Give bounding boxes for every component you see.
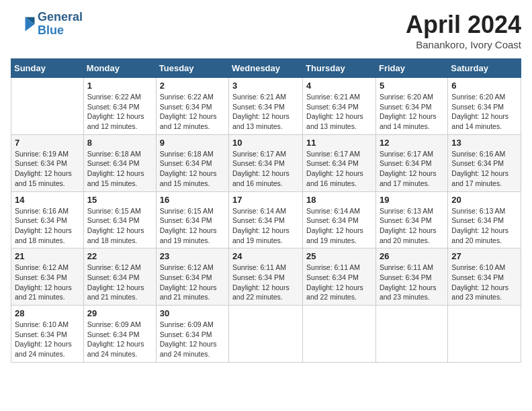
week-row-3: 14Sunrise: 6:16 AM Sunset: 6:34 PM Dayli… [11, 191, 521, 248]
calendar-cell: 14Sunrise: 6:16 AM Sunset: 6:34 PM Dayli… [11, 191, 84, 248]
day-number: 6 [451, 81, 517, 91]
cell-info: Sunrise: 6:18 AM Sunset: 6:34 PM Dayligh… [160, 149, 225, 189]
week-row-5: 28Sunrise: 6:10 AM Sunset: 6:34 PM Dayli… [11, 306, 521, 363]
cell-info: Sunrise: 6:20 AM Sunset: 6:34 PM Dayligh… [380, 92, 444, 132]
day-number: 4 [306, 81, 372, 91]
cell-info: Sunrise: 6:12 AM Sunset: 6:34 PM Dayligh… [160, 263, 225, 302]
calendar-cell: 5Sunrise: 6:20 AM Sunset: 6:34 PM Daylig… [375, 78, 447, 135]
calendar-cell: 19Sunrise: 6:13 AM Sunset: 6:34 PM Dayli… [375, 191, 447, 248]
day-number: 22 [87, 251, 152, 261]
calendar-cell: 11Sunrise: 6:17 AM Sunset: 6:34 PM Dayli… [303, 134, 376, 191]
month-title: April 2024 [406, 11, 521, 39]
calendar-cell: 12Sunrise: 6:17 AM Sunset: 6:34 PM Dayli… [375, 134, 447, 191]
calendar-cell: 27Sunrise: 6:10 AM Sunset: 6:34 PM Dayli… [448, 248, 521, 306]
cell-info: Sunrise: 6:14 AM Sunset: 6:34 PM Dayligh… [306, 206, 372, 246]
weekday-wednesday: Wednesday [229, 59, 303, 78]
logo-blue: Blue [38, 24, 83, 38]
calendar-cell: 6Sunrise: 6:20 AM Sunset: 6:34 PM Daylig… [448, 78, 521, 135]
day-number: 25 [306, 251, 372, 261]
cell-info: Sunrise: 6:22 AM Sunset: 6:34 PM Dayligh… [160, 92, 225, 132]
cell-info: Sunrise: 6:17 AM Sunset: 6:34 PM Dayligh… [306, 149, 372, 189]
calendar-cell: 28Sunrise: 6:10 AM Sunset: 6:34 PM Dayli… [11, 306, 84, 363]
week-row-1: 1Sunrise: 6:22 AM Sunset: 6:34 PM Daylig… [11, 78, 521, 135]
day-number: 19 [380, 195, 444, 205]
cell-info: Sunrise: 6:10 AM Sunset: 6:34 PM Dayligh… [451, 263, 517, 302]
week-row-4: 21Sunrise: 6:12 AM Sunset: 6:34 PM Dayli… [11, 248, 521, 306]
title-block: April 2024 Banankoro, Ivory Coast [406, 11, 521, 50]
calendar-cell: 16Sunrise: 6:15 AM Sunset: 6:34 PM Dayli… [156, 191, 228, 248]
weekday-header-row: SundayMondayTuesdayWednesdayThursdayFrid… [11, 59, 521, 78]
calendar-cell: 4Sunrise: 6:21 AM Sunset: 6:34 PM Daylig… [303, 78, 376, 135]
day-number: 14 [15, 195, 80, 205]
day-number: 10 [232, 138, 299, 148]
calendar-cell: 21Sunrise: 6:12 AM Sunset: 6:34 PM Dayli… [11, 248, 84, 306]
cell-info: Sunrise: 6:12 AM Sunset: 6:34 PM Dayligh… [87, 263, 152, 302]
page-header: General Blue April 2024 Banankoro, Ivory… [11, 11, 521, 50]
calendar-cell: 23Sunrise: 6:12 AM Sunset: 6:34 PM Dayli… [156, 248, 228, 306]
day-number: 9 [160, 138, 225, 148]
calendar-cell: 8Sunrise: 6:18 AM Sunset: 6:34 PM Daylig… [83, 134, 156, 191]
week-row-2: 7Sunrise: 6:19 AM Sunset: 6:34 PM Daylig… [11, 134, 521, 191]
cell-info: Sunrise: 6:09 AM Sunset: 6:34 PM Dayligh… [87, 320, 152, 359]
cell-info: Sunrise: 6:11 AM Sunset: 6:34 PM Dayligh… [306, 263, 372, 302]
cell-info: Sunrise: 6:16 AM Sunset: 6:34 PM Dayligh… [451, 149, 517, 189]
cell-info: Sunrise: 6:11 AM Sunset: 6:34 PM Dayligh… [380, 263, 444, 302]
calendar-cell: 7Sunrise: 6:19 AM Sunset: 6:34 PM Daylig… [11, 134, 84, 191]
cell-info: Sunrise: 6:22 AM Sunset: 6:34 PM Dayligh… [87, 92, 152, 132]
calendar-cell: 26Sunrise: 6:11 AM Sunset: 6:34 PM Dayli… [375, 248, 447, 306]
calendar-cell: 10Sunrise: 6:17 AM Sunset: 6:34 PM Dayli… [229, 134, 303, 191]
cell-info: Sunrise: 6:15 AM Sunset: 6:34 PM Dayligh… [160, 206, 225, 246]
calendar-body: 1Sunrise: 6:22 AM Sunset: 6:34 PM Daylig… [11, 78, 521, 363]
cell-info: Sunrise: 6:18 AM Sunset: 6:34 PM Dayligh… [87, 149, 152, 189]
calendar-cell: 9Sunrise: 6:18 AM Sunset: 6:34 PM Daylig… [156, 134, 228, 191]
day-number: 15 [87, 195, 152, 205]
location-title: Banankoro, Ivory Coast [406, 39, 521, 50]
cell-info: Sunrise: 6:11 AM Sunset: 6:34 PM Dayligh… [232, 263, 299, 302]
weekday-monday: Monday [83, 59, 156, 78]
day-number: 8 [87, 138, 152, 148]
day-number: 21 [15, 251, 80, 261]
day-number: 18 [306, 195, 372, 205]
calendar-cell: 15Sunrise: 6:15 AM Sunset: 6:34 PM Dayli… [83, 191, 156, 248]
day-number: 7 [15, 138, 80, 148]
cell-info: Sunrise: 6:14 AM Sunset: 6:34 PM Dayligh… [232, 206, 299, 246]
cell-info: Sunrise: 6:21 AM Sunset: 6:34 PM Dayligh… [232, 92, 299, 132]
day-number: 2 [160, 81, 225, 91]
day-number: 28 [15, 308, 80, 318]
calendar-cell: 18Sunrise: 6:14 AM Sunset: 6:34 PM Dayli… [303, 191, 376, 248]
cell-info: Sunrise: 6:16 AM Sunset: 6:34 PM Dayligh… [15, 206, 80, 246]
logo-icon [11, 15, 35, 34]
day-number: 24 [232, 251, 299, 261]
calendar-cell: 29Sunrise: 6:09 AM Sunset: 6:34 PM Dayli… [83, 306, 156, 363]
day-number: 5 [380, 81, 444, 91]
day-number: 11 [306, 138, 372, 148]
calendar-cell [229, 306, 303, 363]
weekday-thursday: Thursday [303, 59, 376, 78]
weekday-friday: Friday [375, 59, 447, 78]
calendar-cell [303, 306, 376, 363]
calendar-cell: 17Sunrise: 6:14 AM Sunset: 6:34 PM Dayli… [229, 191, 303, 248]
day-number: 23 [160, 251, 225, 261]
day-number: 17 [232, 195, 299, 205]
cell-info: Sunrise: 6:17 AM Sunset: 6:34 PM Dayligh… [380, 149, 444, 189]
cell-info: Sunrise: 6:13 AM Sunset: 6:34 PM Dayligh… [380, 206, 444, 246]
calendar-cell [448, 306, 521, 363]
calendar-cell: 25Sunrise: 6:11 AM Sunset: 6:34 PM Dayli… [303, 248, 376, 306]
day-number: 1 [87, 81, 152, 91]
logo-general: General [38, 11, 83, 24]
weekday-saturday: Saturday [448, 59, 521, 78]
cell-info: Sunrise: 6:17 AM Sunset: 6:34 PM Dayligh… [232, 149, 299, 189]
cell-info: Sunrise: 6:20 AM Sunset: 6:34 PM Dayligh… [451, 92, 517, 132]
calendar-cell: 30Sunrise: 6:09 AM Sunset: 6:34 PM Dayli… [156, 306, 228, 363]
day-number: 12 [380, 138, 444, 148]
day-number: 3 [232, 81, 299, 91]
weekday-tuesday: Tuesday [156, 59, 228, 78]
day-number: 16 [160, 195, 225, 205]
weekday-sunday: Sunday [11, 59, 84, 78]
calendar-cell [375, 306, 447, 363]
cell-info: Sunrise: 6:15 AM Sunset: 6:34 PM Dayligh… [87, 206, 152, 246]
day-number: 30 [160, 308, 225, 318]
cell-info: Sunrise: 6:21 AM Sunset: 6:34 PM Dayligh… [306, 92, 372, 132]
calendar-cell: 3Sunrise: 6:21 AM Sunset: 6:34 PM Daylig… [229, 78, 303, 135]
day-number: 13 [451, 138, 517, 148]
